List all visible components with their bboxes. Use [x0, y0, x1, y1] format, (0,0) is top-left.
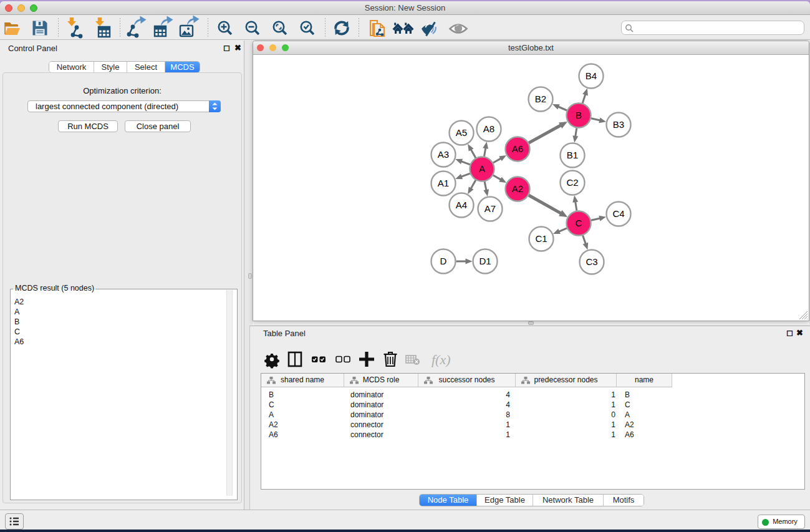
svg-text:C: C	[576, 218, 582, 228]
svg-text:C3: C3	[586, 256, 597, 267]
svg-text:B3: B3	[613, 119, 624, 130]
svg-text:B2: B2	[535, 94, 546, 104]
svg-text:D1: D1	[479, 256, 491, 266]
svg-text:A4: A4	[456, 200, 467, 210]
svg-text:A3: A3	[438, 149, 449, 160]
svg-text:C1: C1	[535, 233, 547, 244]
svg-text:A: A	[479, 163, 485, 174]
svg-text:A7: A7	[485, 203, 496, 214]
svg-text:A1: A1	[438, 178, 449, 188]
svg-text:f(x): f(x)	[432, 352, 451, 367]
svg-text:A5: A5	[456, 127, 467, 138]
svg-text:B: B	[576, 110, 582, 120]
svg-text:C4: C4	[612, 208, 624, 219]
svg-text:C2: C2	[566, 177, 578, 188]
svg-text:A8: A8	[483, 123, 494, 134]
svg-text:B4: B4	[586, 70, 597, 81]
svg-text:A2: A2	[512, 183, 523, 194]
svg-text:B1: B1	[567, 150, 578, 160]
svg-text:A6: A6	[512, 143, 523, 154]
svg-text:D: D	[440, 256, 447, 266]
